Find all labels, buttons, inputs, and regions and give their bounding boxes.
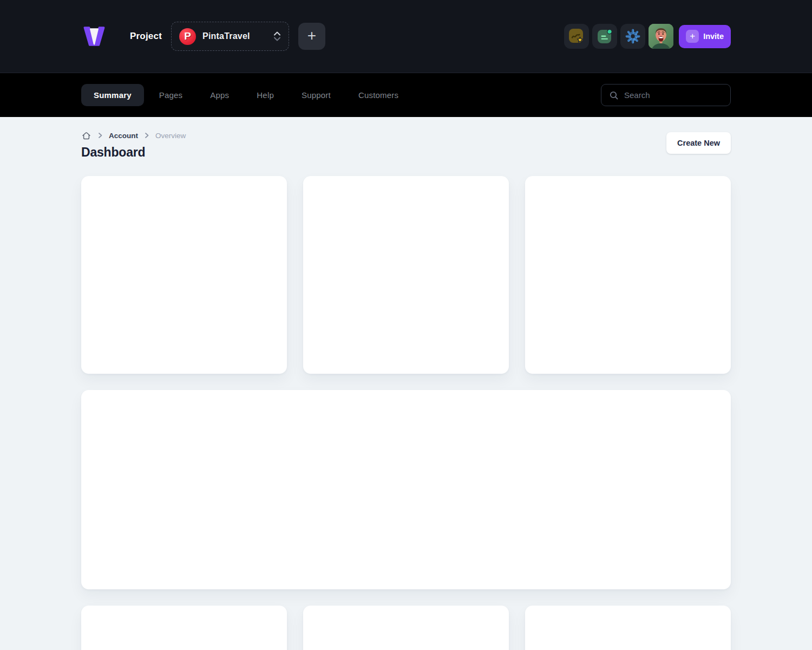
notes-notification-icon[interactable]: [592, 24, 617, 49]
breadcrumb-overview[interactable]: Overview: [155, 132, 186, 140]
chevron-right-icon: [143, 132, 150, 139]
header-actions: + Invite: [564, 24, 731, 49]
page-title: Dashboard: [81, 145, 186, 160]
search-input[interactable]: [624, 90, 723, 100]
page-head: Account Overview Dashboard Create New: [81, 130, 731, 160]
analytics-star-icon[interactable]: [564, 24, 589, 49]
dashboard-card: [525, 176, 731, 374]
main-nav: Summary Pages Apps Help Support Customer…: [0, 73, 812, 117]
tab-support[interactable]: Support: [289, 84, 343, 106]
create-new-button[interactable]: Create New: [666, 132, 731, 154]
breadcrumb-account[interactable]: Account: [109, 132, 138, 140]
tab-help[interactable]: Help: [244, 84, 286, 106]
dashboard-card-wide: [81, 390, 731, 589]
invite-label: Invite: [703, 32, 724, 41]
breadcrumb: Account Overview: [81, 130, 186, 141]
dashboard-card: [303, 606, 509, 650]
project-name: PintaTravel: [202, 31, 250, 41]
home-icon[interactable]: [81, 131, 91, 141]
add-project-button[interactable]: +: [298, 23, 325, 50]
invite-button[interactable]: + Invite: [679, 25, 731, 48]
main-content: Account Overview Dashboard Create New: [0, 117, 812, 650]
tab-pages[interactable]: Pages: [147, 84, 195, 106]
page-head-left: Account Overview Dashboard: [81, 130, 186, 160]
dashboard-card: [303, 176, 509, 374]
tab-customers[interactable]: Customers: [346, 84, 411, 106]
project-selector-dropdown[interactable]: P PintaTravel: [171, 22, 289, 51]
brand-logo-icon[interactable]: [81, 24, 107, 48]
project-label: Project: [130, 31, 162, 42]
dashboard-card: [81, 176, 287, 374]
search-icon: [609, 90, 619, 100]
user-avatar[interactable]: [649, 24, 673, 49]
plus-icon: +: [686, 30, 699, 43]
top-header: Project P PintaTravel +: [0, 0, 812, 73]
chevron-updown-icon: [273, 31, 281, 41]
tab-apps[interactable]: Apps: [198, 84, 241, 106]
search-box[interactable]: [601, 84, 731, 106]
nav-tabs: Summary Pages Apps Help Support Customer…: [81, 84, 414, 106]
chevron-right-icon: [96, 132, 104, 139]
settings-gear-icon[interactable]: [620, 24, 645, 49]
dashboard-cards-grid: [81, 176, 731, 650]
dashboard-card: [525, 606, 731, 650]
dashboard-card: [81, 606, 287, 650]
tab-summary[interactable]: Summary: [81, 84, 144, 106]
pintatravel-logo-icon: P: [179, 28, 196, 45]
